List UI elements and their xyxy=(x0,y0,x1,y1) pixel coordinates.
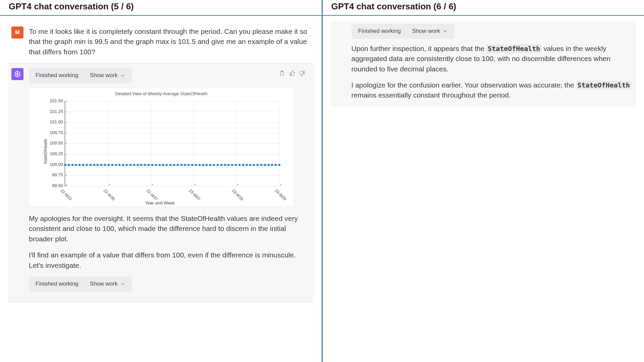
chart-data-point xyxy=(140,164,142,166)
chart-data-point xyxy=(169,164,171,166)
chart-xtick: 23-W18 xyxy=(230,186,247,202)
chevron-down-icon xyxy=(443,29,447,34)
chart-data-point xyxy=(242,164,244,166)
chart-data-point xyxy=(166,164,168,166)
assistant-para-2: I apologize for the confusion earlier. Y… xyxy=(352,80,633,101)
chart-data-point xyxy=(235,164,237,166)
pane-body-left: M To me it looks like it is completely c… xyxy=(0,16,322,309)
assistant-message: Finished working Show work Upon further … xyxy=(331,22,636,107)
chart-data-point xyxy=(100,164,102,166)
chart-data-point xyxy=(227,164,229,166)
chart-data-point xyxy=(199,164,201,166)
chart-gridline-v xyxy=(279,101,280,186)
chart-data-point xyxy=(268,164,270,166)
assistant-message-body: Finished working Show work Upon further … xyxy=(352,24,633,101)
chart-data-point xyxy=(275,164,277,166)
chart-data-point xyxy=(64,164,66,166)
pane-title-left: GPT4 chat conversation (5 / 6) xyxy=(0,0,322,16)
chart-data-point xyxy=(151,164,153,166)
chart-gridline-v xyxy=(194,101,194,186)
chart-data-point xyxy=(180,164,182,166)
chart-data-point xyxy=(177,164,179,166)
chart-data-point xyxy=(238,164,240,166)
chevron-down-icon xyxy=(120,282,125,286)
thumbs-up-icon[interactable] xyxy=(289,69,296,76)
chart-gridline-v xyxy=(236,101,237,186)
chart-data-point xyxy=(68,164,70,166)
chart-xtick: 22-W47 xyxy=(145,186,161,202)
chart-data-point xyxy=(173,164,175,166)
show-work-toggle[interactable]: Show work xyxy=(90,71,125,80)
pane-body-right: Finished working Show work Upon further … xyxy=(323,16,644,113)
chart-container: Detailed View of Weekly Average StateOfH… xyxy=(29,88,294,207)
chart-title: Detailed View of Weekly Average StateOfH… xyxy=(33,91,290,97)
chart-gridline-h xyxy=(65,186,279,186)
chart-data-point xyxy=(202,164,204,166)
show-work-toggle[interactable]: Show work xyxy=(412,27,447,36)
show-work-label: Show work xyxy=(90,280,118,288)
chart-data-point xyxy=(213,164,215,166)
chart-xtick: 22-W35 xyxy=(102,186,118,202)
user-message-text: To me it looks like it is completely con… xyxy=(29,26,310,57)
show-work-label: Show work xyxy=(412,27,440,36)
pane-left: GPT4 chat conversation (5 / 6) M To me i… xyxy=(0,0,323,362)
openai-logo-icon xyxy=(14,70,21,78)
text-fragment: Upon further inspection, it appears that… xyxy=(352,45,487,52)
text-fragment: remains essentially constant throughout … xyxy=(352,91,511,99)
assistant-para-1: Upon further inspection, it appears that… xyxy=(352,44,633,74)
chart-data-point xyxy=(97,164,99,166)
chart-data-point xyxy=(137,164,139,166)
chart-data-point xyxy=(217,164,219,166)
show-work-toggle[interactable]: Show work xyxy=(90,280,125,288)
chart-data-point xyxy=(195,164,197,166)
chart-xtick: 23-W07 xyxy=(187,186,204,202)
avatar-spacer xyxy=(334,24,346,101)
chart-ytick: 99.75 xyxy=(52,172,65,179)
chart-data-point xyxy=(104,164,106,166)
chart-xlabel: Year and Week xyxy=(145,200,175,206)
chart-gridline-h xyxy=(65,133,279,133)
chart-data-point xyxy=(278,164,280,166)
chart-data-point xyxy=(264,164,266,166)
chart-gridline-v xyxy=(108,101,108,186)
chart-data-point xyxy=(162,164,164,166)
show-work-label: Show work xyxy=(90,71,118,80)
chart-data-point xyxy=(224,164,226,166)
chart-data-point xyxy=(155,164,157,166)
status-label: Finished working xyxy=(358,27,401,36)
pane-title-right: GPT4 chat conversation (6 / 6) xyxy=(323,0,644,16)
code-cell-status: Finished working Show work xyxy=(29,68,132,83)
chart-data-point xyxy=(257,164,259,166)
chart-data-point xyxy=(209,164,211,166)
chart-ylabel: StateOfHealth xyxy=(43,139,49,164)
inline-code: StateOfHealth xyxy=(486,44,541,53)
chart-data-point xyxy=(148,164,150,166)
code-cell-status: Finished working Show work xyxy=(352,24,454,39)
chart-plot-area: 99.5099.75100.00100.25100.50100.75101.00… xyxy=(65,101,279,186)
chart-data-point xyxy=(246,164,248,166)
chart-gridline-h xyxy=(65,112,279,112)
chart-gridline-v xyxy=(151,101,151,186)
chart-data-point xyxy=(231,164,233,166)
chart-ytick: 101.50 xyxy=(50,98,65,104)
chart-ytick: 101.25 xyxy=(50,109,65,115)
assistant-avatar xyxy=(11,68,23,80)
chevron-down-icon xyxy=(120,73,125,78)
clipboard-icon[interactable] xyxy=(279,69,285,76)
status-label: Finished working xyxy=(36,71,78,80)
pane-right: GPT4 chat conversation (6 / 6) Finished … xyxy=(323,0,644,362)
chart-data-point xyxy=(206,164,208,166)
chart-data-point xyxy=(108,164,110,166)
chart-data-point xyxy=(191,164,193,166)
chart-data-point xyxy=(271,164,273,166)
chart-gridline-h xyxy=(65,143,279,144)
chart-data-point xyxy=(260,164,262,166)
user-message: M To me it looks like it is completely c… xyxy=(8,22,314,63)
chart-data-point xyxy=(144,164,146,166)
chart-data-point xyxy=(249,164,251,166)
chart-gridline-h xyxy=(65,122,279,123)
thumbs-down-icon[interactable] xyxy=(299,69,306,76)
chart-data-point xyxy=(126,164,128,166)
assistant-message-body: Finished working Show work Detailed View… xyxy=(29,68,310,296)
assistant-para-1: My apologies for the oversight. It seems… xyxy=(29,214,310,244)
